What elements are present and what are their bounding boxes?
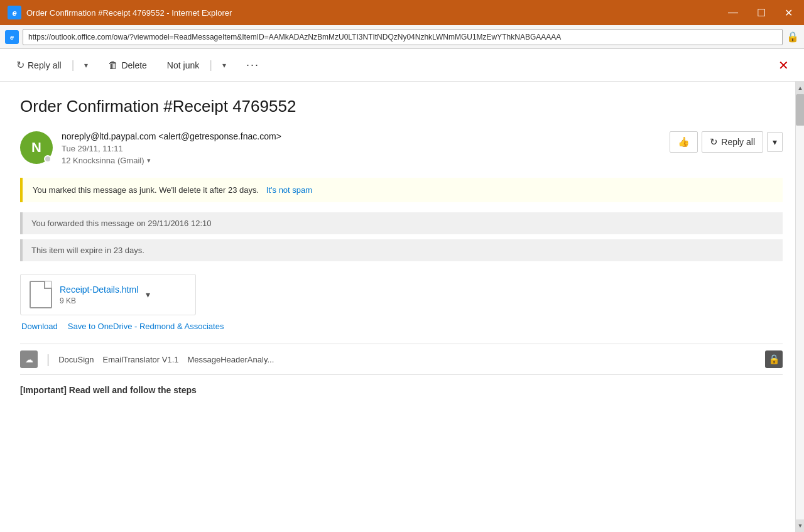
attachment-links: Download Save to OneDrive - Redmond & As… bbox=[20, 322, 783, 331]
sender-email: noreply@ltd.paypal.com <alert@getrespons… bbox=[62, 131, 281, 141]
reply-all-inline-label: Reply all bbox=[721, 137, 755, 147]
addin-separator: | bbox=[46, 352, 50, 367]
expiry-notice-text: This item will expire in 23 days. bbox=[31, 246, 144, 255]
reply-inline-icon: ↻ bbox=[710, 136, 718, 148]
forwarded-notice-text: You forwarded this message on 29/11/2016… bbox=[31, 219, 211, 228]
addins-right: 🔒 bbox=[765, 350, 783, 368]
attachment-card: Receipt-Details.html 9 KB ▾ bbox=[20, 274, 196, 315]
thumbsup-icon: 👍 bbox=[678, 136, 690, 148]
separator-1: | bbox=[72, 58, 75, 72]
window-title: Order Confirmation #Receipt 4769552 - In… bbox=[26, 8, 232, 18]
junk-warning-text: You marked this message as junk. We'll d… bbox=[33, 185, 259, 195]
addin-emailtranslator[interactable]: EmailTranslator V1.1 bbox=[103, 355, 179, 364]
separator-2: | bbox=[209, 58, 212, 72]
attachment-size: 9 KB bbox=[60, 296, 138, 305]
avatar-initial: N bbox=[31, 139, 41, 156]
scroll-up-button[interactable]: ▲ bbox=[796, 82, 804, 94]
reply-icon: ↻ bbox=[16, 59, 24, 71]
to-chevron-icon[interactable]: ▾ bbox=[147, 156, 151, 165]
sender-left: N noreply@ltd.paypal.com <alert@getrespo… bbox=[20, 131, 281, 165]
addin-messageheader[interactable]: MessageHeaderAnaly... bbox=[187, 355, 274, 364]
browser-icon: e bbox=[5, 30, 19, 44]
not-junk-label: Not junk bbox=[167, 60, 199, 70]
reply-all-label: Reply all bbox=[28, 60, 62, 70]
email-body: Order Confirmation #Receipt 4769552 N no… bbox=[0, 82, 795, 532]
delete-label: Delete bbox=[121, 60, 146, 70]
delete-icon: 🗑 bbox=[108, 60, 118, 71]
addin-main-icon: ☁ bbox=[20, 350, 38, 368]
close-email-button[interactable]: ✕ bbox=[773, 55, 794, 75]
addin-docusign[interactable]: DocuSign bbox=[58, 355, 94, 364]
lock-badge-icon: 🔒 bbox=[765, 350, 783, 368]
attachment-section: Receipt-Details.html 9 KB ▾ Download Sav… bbox=[20, 274, 783, 331]
sender-to: 12 Knocksinna (Gmail) ▾ bbox=[62, 156, 281, 165]
not-junk-button[interactable]: Not junk bbox=[161, 57, 205, 74]
maximize-button[interactable]: ☐ bbox=[753, 6, 769, 20]
scrollbar[interactable]: ▲ ▼ bbox=[795, 82, 804, 532]
save-to-onedrive-link[interactable]: Save to OneDrive - Redmond & Associates bbox=[68, 322, 224, 331]
download-link[interactable]: Download bbox=[21, 322, 58, 331]
forwarded-notice-bar: You forwarded this message on 29/11/2016… bbox=[20, 212, 783, 234]
sender-actions: 👍 ↻ Reply all ▾ bbox=[670, 131, 783, 153]
lock-icon: 🔒 bbox=[786, 31, 799, 43]
attachment-chevron-button[interactable]: ▾ bbox=[146, 290, 150, 300]
not-junk-chevron-button[interactable]: ▾ bbox=[216, 57, 232, 73]
attachment-info: Receipt-Details.html 9 KB bbox=[60, 285, 138, 305]
minimize-button[interactable]: — bbox=[724, 6, 742, 19]
email-subject: Order Confirmation #Receipt 4769552 bbox=[20, 97, 783, 116]
close-window-button[interactable]: ✕ bbox=[781, 6, 796, 20]
junk-warning-bar: You marked this message as junk. We'll d… bbox=[20, 178, 783, 202]
chevron-down-icon-2: ▾ bbox=[222, 61, 226, 70]
reply-all-chevron-icon: ▾ bbox=[773, 137, 777, 147]
email-body-teaser: [Important] Read well and follow the ste… bbox=[20, 385, 783, 395]
ie-logo-icon: e bbox=[8, 6, 21, 19]
title-bar: e Order Confirmation #Receipt 4769552 - … bbox=[0, 0, 804, 25]
sender-to-label: 12 Knocksinna (Gmail) bbox=[62, 156, 144, 165]
reply-all-chevron-button[interactable]: ▾ bbox=[767, 132, 783, 152]
avatar: N bbox=[20, 131, 53, 164]
avatar-status-dot bbox=[44, 155, 52, 163]
sender-info: noreply@ltd.paypal.com <alert@getrespons… bbox=[62, 131, 281, 165]
url-input[interactable] bbox=[23, 29, 783, 45]
address-bar: e 🔒 bbox=[0, 25, 804, 49]
reply-all-button[interactable]: ↻ Reply all bbox=[10, 55, 68, 75]
sender-row: N noreply@ltd.paypal.com <alert@getrespo… bbox=[20, 131, 783, 165]
reply-all-inline-button[interactable]: ↻ Reply all bbox=[702, 131, 763, 153]
chevron-down-icon: ▾ bbox=[84, 61, 88, 70]
title-bar-left: e Order Confirmation #Receipt 4769552 - … bbox=[8, 6, 232, 19]
addins-bar: ☁ | DocuSign EmailTranslator V1.1 Messag… bbox=[20, 344, 783, 375]
scroll-down-button[interactable]: ▼ bbox=[796, 519, 804, 532]
not-spam-link[interactable]: It's not spam bbox=[266, 185, 312, 195]
attachment-name[interactable]: Receipt-Details.html bbox=[60, 285, 138, 295]
scroll-thumb[interactable] bbox=[796, 94, 804, 126]
file-icon bbox=[30, 281, 52, 308]
thumbsup-button[interactable]: 👍 bbox=[670, 131, 698, 153]
title-bar-controls: — ☐ ✕ bbox=[724, 6, 796, 20]
reply-chevron-button[interactable]: ▾ bbox=[78, 57, 94, 73]
sender-time: Tue 29/11, 11:11 bbox=[62, 144, 281, 153]
expiry-notice-bar: This item will expire in 23 days. bbox=[20, 239, 783, 261]
toolbar: ↻ Reply all | ▾ 🗑 Delete Not junk | ▾ ··… bbox=[0, 49, 804, 82]
more-options-button[interactable]: ··· bbox=[240, 55, 266, 75]
delete-button[interactable]: 🗑 Delete bbox=[102, 56, 153, 75]
more-icon: ··· bbox=[246, 58, 259, 72]
